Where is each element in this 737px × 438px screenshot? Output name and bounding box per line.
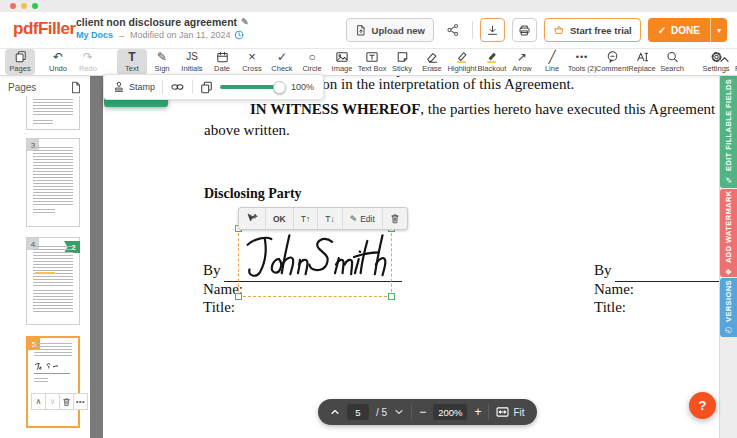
zoom-out-button[interactable]: − (419, 406, 426, 418)
download-button[interactable] (480, 18, 505, 42)
decrease-size-button[interactable]: T↓ (318, 208, 342, 229)
sign-pen-icon: ✎ (157, 51, 167, 63)
resize-handle[interactable] (235, 293, 242, 300)
toolbar-button-circle[interactable]: ○ Circle (297, 49, 327, 75)
toolbar-button-cross[interactable]: × Cross (237, 49, 267, 75)
toolbar-button-line[interactable]: ╱ Line (537, 49, 567, 75)
toolbar-button-sign[interactable]: ✎ Sign (147, 49, 177, 75)
page-thumbnail-5-selected[interactable]: 5 (26, 336, 80, 428)
search-icon (666, 51, 679, 63)
toolbar-button-textbox[interactable]: Text Box (357, 49, 387, 75)
page-thumbnail-2-partial[interactable] (26, 96, 80, 130)
tab-versions[interactable]: ◷ VERSIONS (720, 278, 737, 337)
arrow-icon: ↗ (517, 51, 527, 63)
thumbnail-text-preview (33, 99, 73, 117)
delete-signature-button[interactable] (383, 208, 407, 229)
my-docs-link[interactable]: My Docs (76, 30, 113, 40)
toolbar-button-check[interactable]: ✓ Check (267, 49, 297, 75)
toolbar-button-blackout[interactable]: Blackout (477, 49, 507, 75)
redo-icon: ↷ (83, 51, 93, 63)
fit-button[interactable]: Fit (496, 407, 524, 418)
page-thumbnail-3[interactable]: 3 (26, 138, 80, 227)
versions-clock-icon: ◷ (724, 326, 733, 335)
previous-page-chevron-icon[interactable] (330, 409, 340, 415)
breadcrumb-arrow-icon: → (117, 30, 126, 40)
tab-edit-fillable-fields[interactable]: ✎ EDIT FILLABLE FIELDS (720, 75, 737, 188)
toolbar-button-redo: ↷ Redo (73, 49, 103, 75)
add-page-icon[interactable] (70, 81, 82, 94)
upload-new-button[interactable]: Upload new (346, 18, 434, 42)
toolbar-button-comment[interactable]: Comment (597, 49, 627, 75)
window-titlebar (0, 0, 737, 12)
sidebar-scrollbar[interactable] (90, 74, 103, 438)
editor-toolbar: Pages ↶ Undo ↷ Redo T Text ✎ Sign JS Ini… (0, 48, 737, 76)
title-label-right: Title: (594, 299, 626, 316)
opacity-slider[interactable] (220, 85, 284, 89)
line-icon: ╱ (548, 51, 555, 63)
link-icon[interactable] (170, 81, 185, 93)
zoom-in-button[interactable]: + (474, 406, 481, 418)
toolbar-button-sticky[interactable]: Sticky (387, 49, 417, 75)
help-button[interactable]: ? (689, 392, 716, 419)
fit-width-icon (496, 407, 509, 417)
toolbar-button-image[interactable]: Image (327, 49, 357, 75)
print-button[interactable] (512, 18, 537, 42)
toolbar-button-date[interactable]: Date (207, 49, 237, 75)
textbox-icon (365, 51, 379, 63)
stamp-button[interactable]: Stamp (113, 81, 155, 94)
undo-icon: ↶ (53, 51, 63, 63)
signature-mini-toolbar: OK T↑ T↓ ✎ Edit (238, 207, 408, 230)
move-page-down-button[interactable]: ∨ (45, 393, 60, 410)
edit-signature-button[interactable]: ✎ Edit (343, 208, 383, 229)
toolbar-button-undo[interactable]: ↶ Undo (43, 49, 73, 75)
tab-add-watermark[interactable]: ❖ ADD WATERMARK (720, 189, 737, 277)
slider-knob[interactable] (273, 81, 286, 94)
pages-icon (14, 51, 27, 63)
increase-size-button[interactable]: T↑ (294, 208, 318, 229)
toolbar-button-highlight[interactable]: Highlight (447, 49, 477, 75)
next-page-chevron-icon[interactable] (394, 409, 404, 415)
done-dropdown-button[interactable]: ▾ (710, 18, 727, 42)
toolbar-button-search[interactable]: Search (657, 49, 687, 75)
page-thumbnail-4[interactable]: 4 2 (26, 237, 80, 325)
thumbnail-text-preview (33, 246, 73, 286)
signature-john-smith[interactable] (240, 227, 392, 291)
start-free-trial-button[interactable]: Start free trial (544, 18, 641, 42)
pdffiller-logo[interactable]: pdfFiller (13, 19, 76, 39)
copy-icon[interactable] (200, 81, 213, 94)
app-header: pdfFiller client non disclosure agreemen… (0, 12, 737, 49)
pill-divider (488, 404, 489, 420)
toolbar-button-text[interactable]: T Text (117, 49, 147, 75)
print-icon (518, 24, 531, 37)
move-object-button[interactable] (239, 208, 266, 229)
window-close-button[interactable] (10, 3, 16, 9)
thumbnail-sign-line (34, 373, 56, 374)
rename-pencil-icon[interactable]: ✎ (241, 17, 249, 27)
collapse-toolbar-chevron[interactable] (719, 56, 730, 63)
toolbar-button-initials[interactable]: JS Initials (177, 49, 207, 75)
trash-icon (390, 213, 400, 224)
toolbar-button-erase[interactable]: Erase (417, 49, 447, 75)
caret-down-icon: ▾ (717, 26, 721, 35)
title-label: Title: (203, 299, 235, 316)
toolbar-button-tools[interactable]: ••• Tools (2) (567, 49, 597, 75)
chevron-down-icon: ∨ (50, 397, 56, 406)
sticky-note-icon (396, 51, 409, 63)
delete-page-button[interactable] (59, 393, 74, 410)
toolbar-button-replace[interactable]: Replace (627, 49, 657, 75)
toolbar-button-arrow[interactable]: ↗ Arrow (507, 49, 537, 75)
toolbar-button-fillout[interactable]: Fill out (731, 49, 737, 75)
share-button[interactable] (441, 19, 465, 41)
move-page-up-button[interactable]: ∧ (31, 393, 46, 410)
share-icon (446, 23, 460, 37)
page-more-options-button[interactable]: ••• (73, 393, 88, 410)
window-zoom-button[interactable] (32, 3, 38, 9)
done-button[interactable]: ✓ DONE (648, 18, 710, 42)
resize-handle[interactable] (388, 293, 395, 300)
highlighter-icon (455, 51, 469, 63)
ok-button[interactable]: OK (266, 208, 294, 229)
toolbar-button-pages[interactable]: Pages (5, 49, 35, 75)
ellipsis-icon: ••• (76, 398, 85, 405)
current-page-input[interactable]: 5 (347, 404, 369, 420)
window-minimize-button[interactable] (21, 3, 27, 9)
